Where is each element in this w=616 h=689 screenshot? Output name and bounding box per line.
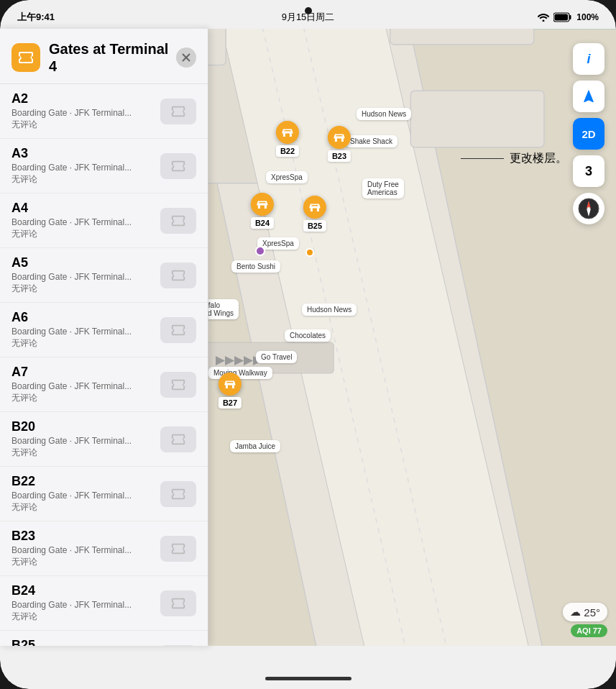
gate-item-A5[interactable]: A5 Boarding Gate · JFK Terminal... 无评论	[0, 248, 208, 303]
gate-item-B25[interactable]: B25 Boarding Gate · JFK Terminal... 无评论	[0, 631, 208, 646]
gate-review-A6: 无评论	[12, 337, 152, 350]
floor-annotation: 更改楼层。	[461, 151, 567, 166]
svg-rect-2	[555, 14, 569, 21]
gate-desc-A6: Boarding Gate · JFK Terminal...	[12, 327, 152, 337]
ticket-icon-A6	[170, 322, 186, 338]
gate-item-A3[interactable]: A3 Boarding Gate · JFK Terminal... 无评论	[0, 139, 208, 193]
floor-button[interactable]: 3	[573, 155, 604, 187]
map-pin-B25[interactable]: B25	[303, 196, 326, 232]
gate-icon-B22	[160, 481, 196, 507]
gate-name-B24: B24	[12, 583, 152, 598]
poi-hudson-news-top: Hudson News	[357, 108, 411, 120]
2d-button[interactable]: 2D	[573, 118, 604, 150]
poi-hudson-news-mid: Hudson News	[302, 304, 357, 316]
camera-dot	[305, 7, 312, 14]
aqi-badge: AQI 77	[571, 624, 607, 637]
gate-item-B20[interactable]: B20 Boarding Gate · JFK Terminal... 无评论	[0, 412, 208, 467]
gate-info-A5: A5 Boarding Gate · JFK Terminal... 无评论	[12, 255, 152, 295]
sidebar-header-left: Gates at Terminal 4	[12, 40, 176, 75]
directions-icon	[581, 88, 597, 104]
gate-item-A2[interactable]: A2 Boarding Gate · JFK Terminal... 无评论	[0, 84, 208, 139]
gate-icon-A2	[160, 99, 196, 124]
ticket-icon-B24	[170, 596, 186, 611]
temperature: 25°	[584, 606, 600, 619]
map-pin-B22-label: B22	[276, 145, 299, 157]
poi-chocolates: Chocolates	[285, 329, 331, 342]
gate-name-A7: A7	[12, 365, 152, 380]
gate-name-B22: B22	[12, 474, 152, 489]
gate-info-B20: B20 Boarding Gate · JFK Terminal... 无评论	[12, 419, 152, 459]
gate-desc-A7: Boarding Gate · JFK Terminal...	[12, 381, 152, 391]
map-pin-B23[interactable]: B23	[328, 126, 351, 162]
gate-item-B24[interactable]: B24 Boarding Gate · JFK Terminal... 无评论	[0, 576, 208, 631]
close-button[interactable]	[176, 47, 196, 68]
map-pin-B27-label: B27	[219, 397, 242, 409]
gate-info-A3: A3 Boarding Gate · JFK Terminal... 无评论	[12, 146, 152, 186]
gate-review-A3: 无评论	[12, 173, 152, 186]
gate-list[interactable]: A2 Boarding Gate · JFK Terminal... 无评论 A…	[0, 84, 208, 646]
gate-info-A6: A6 Boarding Gate · JFK Terminal... 无评论	[12, 310, 152, 350]
terminal-icon	[12, 43, 40, 72]
compass-icon	[577, 197, 600, 220]
poi-go-travel: Go Travel	[256, 351, 297, 363]
compass-button[interactable]	[573, 193, 604, 224]
gate-desc-B23: Boarding Gate · JFK Terminal...	[12, 545, 152, 555]
svg-point-25	[587, 207, 590, 210]
gate-desc-B24: Boarding Gate · JFK Terminal...	[12, 600, 152, 610]
gate-item-B22[interactable]: B22 Boarding Gate · JFK Terminal... 无评论	[0, 467, 208, 521]
gate-icon-B23	[160, 536, 196, 562]
map-controls: i 2D 3	[573, 43, 604, 224]
gate-item-A4[interactable]: A4 Boarding Gate · JFK Terminal... 无评论	[0, 193, 208, 248]
gate-desc-B20: Boarding Gate · JFK Terminal...	[12, 436, 152, 446]
ticket-icon-A4	[170, 213, 186, 229]
gate-review-B24: 无评论	[12, 611, 152, 623]
gate-name-A6: A6	[12, 310, 152, 325]
ticket-icon-B23	[170, 541, 186, 557]
gate-info-A4: A4 Boarding Gate · JFK Terminal... 无评论	[12, 201, 152, 240]
gate-name-B23: B23	[12, 529, 152, 544]
gate-icon-B25	[160, 645, 196, 647]
gate-item-A7[interactable]: A7 Boarding Gate · JFK Terminal... 无评论	[0, 357, 208, 412]
weather-widget: ☁ 25° AQI 77	[563, 603, 607, 637]
annotation-line	[461, 158, 504, 159]
gate-icon-A3	[160, 153, 196, 179]
ticket-icon-A3	[170, 158, 186, 174]
gate-review-A2: 无评论	[12, 119, 152, 131]
close-icon	[181, 53, 191, 63]
gate-icon-B24	[160, 590, 196, 616]
map-pin-B24[interactable]: B24	[251, 193, 274, 229]
gate-desc-A5: Boarding Gate · JFK Terminal...	[12, 272, 152, 282]
gate-review-B22: 无评论	[12, 501, 152, 514]
status-bar: 上午9:41 9月15日周二 100%	[0, 0, 616, 29]
gate-item-A6[interactable]: A6 Boarding Gate · JFK Terminal... 无评论	[0, 303, 208, 357]
poi-duty-free: Duty FreeAmericas	[362, 178, 404, 199]
gate-info-B22: B22 Boarding Gate · JFK Terminal... 无评论	[12, 474, 152, 514]
battery-icon	[553, 12, 572, 22]
status-right: 100%	[538, 12, 599, 22]
info-button[interactable]: i	[573, 43, 604, 75]
map-pin-B23-label: B23	[328, 150, 351, 162]
orange-dot-poi	[305, 248, 314, 257]
sidebar-title: Gates at Terminal 4	[49, 40, 176, 75]
ticket-icon-B20	[170, 432, 186, 447]
gate-item-B23[interactable]: B23 Boarding Gate · JFK Terminal... 无评论	[0, 521, 208, 576]
home-indicator	[265, 677, 351, 680]
map-pin-B27[interactable]: B27	[219, 373, 242, 409]
gate-info-B23: B23 Boarding Gate · JFK Terminal... 无评论	[12, 529, 152, 568]
gate-name-A5: A5	[12, 255, 152, 270]
gate-desc-A3: Boarding Gate · JFK Terminal...	[12, 163, 152, 173]
floor-label: 3	[585, 164, 592, 179]
gate-name-A3: A3	[12, 146, 152, 161]
poi-xpres-spa-1: XpresSpa	[266, 171, 308, 183]
directions-button[interactable]	[573, 81, 604, 112]
gate-review-A5: 无评论	[12, 283, 152, 295]
gate-info-A7: A7 Boarding Gate · JFK Terminal... 无评论	[12, 365, 152, 404]
2d-label: 2D	[581, 128, 595, 140]
gate-icon-A5	[160, 263, 196, 288]
map-pin-B24-label: B24	[251, 217, 274, 229]
gate-icon-A4	[160, 208, 196, 234]
gate-info-A2: A2 Boarding Gate · JFK Terminal... 无评论	[12, 91, 152, 131]
status-time: 上午9:41	[17, 11, 55, 24]
map-pin-B22[interactable]: B22	[276, 121, 299, 157]
sidebar-panel: Gates at Terminal 4 A2 Boarding Gate · J…	[0, 29, 208, 646]
